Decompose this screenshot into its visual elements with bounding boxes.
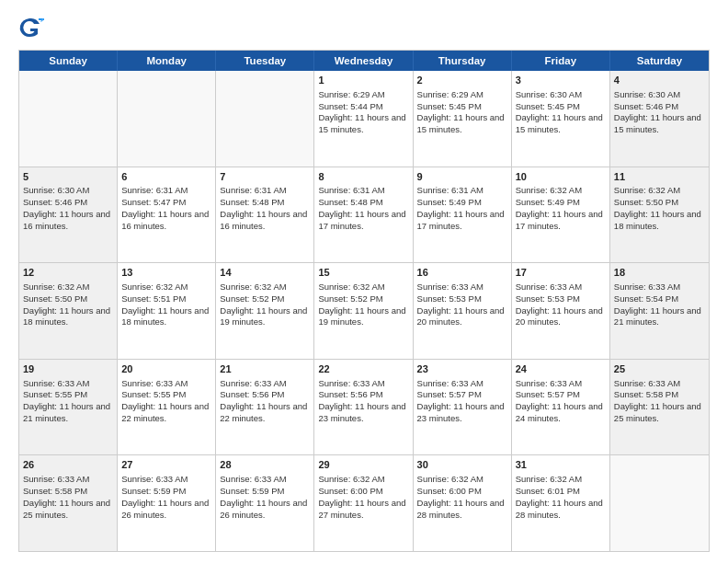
calendar-body: 1Sunrise: 6:29 AM Sunset: 5:44 PM Daylig… bbox=[19, 71, 709, 551]
day-info: Sunrise: 6:32 AM Sunset: 5:52 PM Dayligh… bbox=[318, 282, 405, 327]
day-number: 19 bbox=[23, 362, 113, 376]
day-info: Sunrise: 6:33 AM Sunset: 5:59 PM Dayligh… bbox=[220, 474, 307, 519]
day-cell-31: 31Sunrise: 6:32 AM Sunset: 6:01 PM Dayli… bbox=[512, 455, 610, 551]
day-cell-24: 24Sunrise: 6:33 AM Sunset: 5:57 PM Dayli… bbox=[512, 360, 610, 455]
day-info: Sunrise: 6:33 AM Sunset: 5:53 PM Dayligh… bbox=[516, 282, 603, 327]
day-info: Sunrise: 6:32 AM Sunset: 5:52 PM Dayligh… bbox=[220, 282, 307, 327]
day-cell-30: 30Sunrise: 6:32 AM Sunset: 6:00 PM Dayli… bbox=[414, 455, 512, 551]
day-info: Sunrise: 6:32 AM Sunset: 6:00 PM Dayligh… bbox=[318, 474, 405, 519]
day-info: Sunrise: 6:31 AM Sunset: 5:47 PM Dayligh… bbox=[121, 185, 209, 230]
day-cell-27: 27Sunrise: 6:33 AM Sunset: 5:59 PM Dayli… bbox=[118, 455, 216, 551]
day-info: Sunrise: 6:33 AM Sunset: 5:59 PM Dayligh… bbox=[121, 474, 209, 519]
day-number: 26 bbox=[23, 458, 113, 472]
day-number: 2 bbox=[417, 74, 507, 87]
day-info: Sunrise: 6:30 AM Sunset: 5:45 PM Dayligh… bbox=[516, 89, 603, 134]
day-info: Sunrise: 6:33 AM Sunset: 5:58 PM Dayligh… bbox=[23, 474, 110, 519]
header-cell-tuesday: Tuesday bbox=[216, 51, 314, 71]
day-number: 9 bbox=[417, 170, 507, 184]
day-number: 17 bbox=[516, 266, 606, 280]
day-cell-3: 3Sunrise: 6:30 AM Sunset: 5:45 PM Daylig… bbox=[512, 71, 610, 167]
day-number: 13 bbox=[121, 266, 211, 280]
day-number: 4 bbox=[614, 74, 705, 87]
day-info: Sunrise: 6:33 AM Sunset: 5:55 PM Dayligh… bbox=[23, 378, 110, 423]
day-info: Sunrise: 6:33 AM Sunset: 5:54 PM Dayligh… bbox=[614, 282, 701, 327]
day-number: 21 bbox=[220, 362, 310, 376]
day-info: Sunrise: 6:33 AM Sunset: 5:56 PM Dayligh… bbox=[318, 378, 405, 423]
page: SundayMondayTuesdayWednesdayThursdayFrid… bbox=[0, 0, 728, 563]
day-number: 20 bbox=[121, 362, 211, 376]
day-cell-5: 5Sunrise: 6:30 AM Sunset: 5:46 PM Daylig… bbox=[19, 167, 118, 263]
day-info: Sunrise: 6:31 AM Sunset: 5:48 PM Dayligh… bbox=[220, 185, 307, 230]
day-info: Sunrise: 6:33 AM Sunset: 5:58 PM Dayligh… bbox=[614, 378, 701, 423]
day-cell-12: 12Sunrise: 6:32 AM Sunset: 5:50 PM Dayli… bbox=[19, 263, 118, 359]
day-info: Sunrise: 6:33 AM Sunset: 5:53 PM Dayligh… bbox=[417, 282, 505, 327]
day-cell-19: 19Sunrise: 6:33 AM Sunset: 5:55 PM Dayli… bbox=[19, 360, 118, 455]
calendar-row-2: 5Sunrise: 6:30 AM Sunset: 5:46 PM Daylig… bbox=[19, 167, 709, 263]
calendar: SundayMondayTuesdayWednesdayThursdayFrid… bbox=[18, 50, 710, 552]
day-info: Sunrise: 6:30 AM Sunset: 5:46 PM Dayligh… bbox=[614, 89, 701, 134]
header-cell-thursday: Thursday bbox=[414, 51, 512, 71]
day-cell-26: 26Sunrise: 6:33 AM Sunset: 5:58 PM Dayli… bbox=[19, 455, 118, 551]
day-info: Sunrise: 6:30 AM Sunset: 5:46 PM Dayligh… bbox=[23, 185, 110, 230]
day-number: 24 bbox=[516, 362, 606, 376]
day-number: 5 bbox=[23, 170, 113, 184]
day-number: 7 bbox=[220, 170, 310, 184]
calendar-row-4: 19Sunrise: 6:33 AM Sunset: 5:55 PM Dayli… bbox=[19, 359, 709, 455]
day-cell-1: 1Sunrise: 6:29 AM Sunset: 5:44 PM Daylig… bbox=[314, 71, 413, 167]
day-info: Sunrise: 6:33 AM Sunset: 5:57 PM Dayligh… bbox=[417, 378, 505, 423]
day-info: Sunrise: 6:32 AM Sunset: 6:01 PM Dayligh… bbox=[516, 474, 603, 519]
day-info: Sunrise: 6:29 AM Sunset: 5:45 PM Dayligh… bbox=[417, 89, 505, 134]
day-cell-25: 25Sunrise: 6:33 AM Sunset: 5:58 PM Dayli… bbox=[610, 360, 709, 455]
day-info: Sunrise: 6:32 AM Sunset: 5:51 PM Dayligh… bbox=[121, 282, 209, 327]
day-number: 10 bbox=[516, 170, 606, 184]
calendar-row-5: 26Sunrise: 6:33 AM Sunset: 5:58 PM Dayli… bbox=[19, 454, 709, 551]
logo-icon bbox=[18, 15, 44, 40]
day-info: Sunrise: 6:32 AM Sunset: 5:50 PM Dayligh… bbox=[23, 282, 110, 327]
day-cell-11: 11Sunrise: 6:32 AM Sunset: 5:50 PM Dayli… bbox=[610, 167, 709, 263]
day-number: 16 bbox=[417, 266, 507, 280]
day-cell-7: 7Sunrise: 6:31 AM Sunset: 5:48 PM Daylig… bbox=[216, 167, 314, 263]
empty-cell bbox=[610, 455, 709, 551]
day-cell-4: 4Sunrise: 6:30 AM Sunset: 5:46 PM Daylig… bbox=[610, 71, 709, 167]
day-cell-9: 9Sunrise: 6:31 AM Sunset: 5:49 PM Daylig… bbox=[414, 167, 512, 263]
day-number: 27 bbox=[121, 458, 211, 472]
day-number: 14 bbox=[220, 266, 310, 280]
day-info: Sunrise: 6:31 AM Sunset: 5:49 PM Dayligh… bbox=[417, 185, 505, 230]
header bbox=[18, 15, 710, 40]
day-cell-6: 6Sunrise: 6:31 AM Sunset: 5:47 PM Daylig… bbox=[118, 167, 216, 263]
day-number: 3 bbox=[516, 74, 606, 87]
day-info: Sunrise: 6:33 AM Sunset: 5:56 PM Dayligh… bbox=[220, 378, 307, 423]
empty-cell bbox=[216, 71, 314, 167]
day-cell-8: 8Sunrise: 6:31 AM Sunset: 5:48 PM Daylig… bbox=[314, 167, 413, 263]
day-info: Sunrise: 6:33 AM Sunset: 5:55 PM Dayligh… bbox=[121, 378, 209, 423]
day-cell-15: 15Sunrise: 6:32 AM Sunset: 5:52 PM Dayli… bbox=[314, 263, 413, 359]
day-cell-23: 23Sunrise: 6:33 AM Sunset: 5:57 PM Dayli… bbox=[414, 360, 512, 455]
day-cell-28: 28Sunrise: 6:33 AM Sunset: 5:59 PM Dayli… bbox=[216, 455, 314, 551]
day-cell-21: 21Sunrise: 6:33 AM Sunset: 5:56 PM Dayli… bbox=[216, 360, 314, 455]
header-cell-saturday: Saturday bbox=[610, 51, 709, 71]
day-number: 15 bbox=[318, 266, 408, 280]
day-number: 12 bbox=[23, 266, 113, 280]
day-cell-17: 17Sunrise: 6:33 AM Sunset: 5:53 PM Dayli… bbox=[512, 263, 610, 359]
day-cell-14: 14Sunrise: 6:32 AM Sunset: 5:52 PM Dayli… bbox=[216, 263, 314, 359]
day-cell-10: 10Sunrise: 6:32 AM Sunset: 5:49 PM Dayli… bbox=[512, 167, 610, 263]
calendar-row-3: 12Sunrise: 6:32 AM Sunset: 5:50 PM Dayli… bbox=[19, 262, 709, 359]
day-number: 23 bbox=[417, 362, 507, 376]
header-cell-wednesday: Wednesday bbox=[314, 51, 413, 71]
day-info: Sunrise: 6:32 AM Sunset: 5:50 PM Dayligh… bbox=[614, 185, 701, 230]
day-number: 8 bbox=[318, 170, 408, 184]
day-cell-16: 16Sunrise: 6:33 AM Sunset: 5:53 PM Dayli… bbox=[414, 263, 512, 359]
header-cell-monday: Monday bbox=[118, 51, 216, 71]
calendar-header: SundayMondayTuesdayWednesdayThursdayFrid… bbox=[19, 51, 709, 71]
day-number: 6 bbox=[121, 170, 211, 184]
day-cell-22: 22Sunrise: 6:33 AM Sunset: 5:56 PM Dayli… bbox=[314, 360, 413, 455]
day-cell-13: 13Sunrise: 6:32 AM Sunset: 5:51 PM Dayli… bbox=[118, 263, 216, 359]
day-number: 29 bbox=[318, 458, 408, 472]
day-info: Sunrise: 6:32 AM Sunset: 6:00 PM Dayligh… bbox=[417, 474, 505, 519]
calendar-row-1: 1Sunrise: 6:29 AM Sunset: 5:44 PM Daylig… bbox=[19, 71, 709, 167]
logo bbox=[18, 15, 48, 40]
day-number: 11 bbox=[614, 170, 705, 184]
day-number: 1 bbox=[318, 74, 408, 87]
day-number: 30 bbox=[417, 458, 507, 472]
header-cell-friday: Friday bbox=[512, 51, 610, 71]
